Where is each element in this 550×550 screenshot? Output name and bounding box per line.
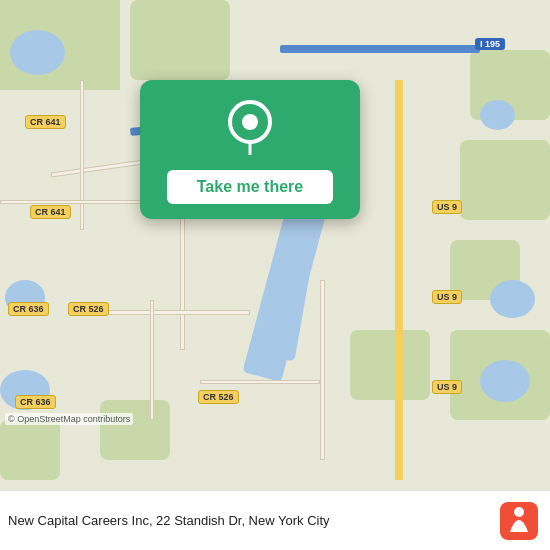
road (320, 280, 325, 460)
highway-i195 (280, 45, 480, 53)
road-label-us9-top: US 9 (432, 200, 462, 214)
overlay-card: Take me there (140, 80, 360, 219)
highway-label-i195-right: I 195 (475, 38, 505, 50)
take-me-there-button[interactable]: Take me there (167, 170, 333, 204)
green-area (350, 330, 430, 400)
location-pin-wrapper (226, 100, 274, 155)
road-label-cr636-bot: CR 636 (8, 302, 49, 316)
address-text: New Capital Careers Inc, 22 Standish Dr,… (8, 513, 500, 528)
moovit-icon (500, 502, 538, 540)
green-area (0, 420, 60, 480)
highway-rt9 (395, 80, 403, 480)
road (80, 80, 84, 230)
road (150, 300, 154, 420)
water-lake (10, 30, 65, 75)
green-area (460, 140, 550, 220)
water-lake (480, 100, 515, 130)
green-area (100, 400, 170, 460)
water-lake (480, 360, 530, 402)
moovit-logo (500, 502, 538, 540)
bottom-bar: New Capital Careers Inc, 22 Standish Dr,… (0, 490, 550, 550)
svg-point-1 (242, 114, 258, 130)
road-label-cr641-mid: CR 641 (30, 205, 71, 219)
svg-point-4 (514, 507, 524, 517)
road-label-cr526-bot: CR 526 (198, 390, 239, 404)
road-label-us9-bot: US 9 (432, 380, 462, 394)
green-area (130, 0, 230, 80)
road-label-cr526-mid: CR 526 (68, 302, 109, 316)
road (200, 380, 320, 384)
location-pin-icon (226, 100, 274, 155)
osm-copyright: © OpenStreetMap contributors (5, 413, 133, 425)
road-label-us9-mid: US 9 (432, 290, 462, 304)
road (0, 200, 160, 204)
road (100, 310, 250, 315)
road-label-cr641-top: CR 641 (25, 115, 66, 129)
road-label-cr636-bot2: CR 636 (15, 395, 56, 409)
map-container: CR 641 CR 641 CR 636 CR 636 CR 526 CR 52… (0, 0, 550, 490)
water-lake (490, 280, 535, 318)
